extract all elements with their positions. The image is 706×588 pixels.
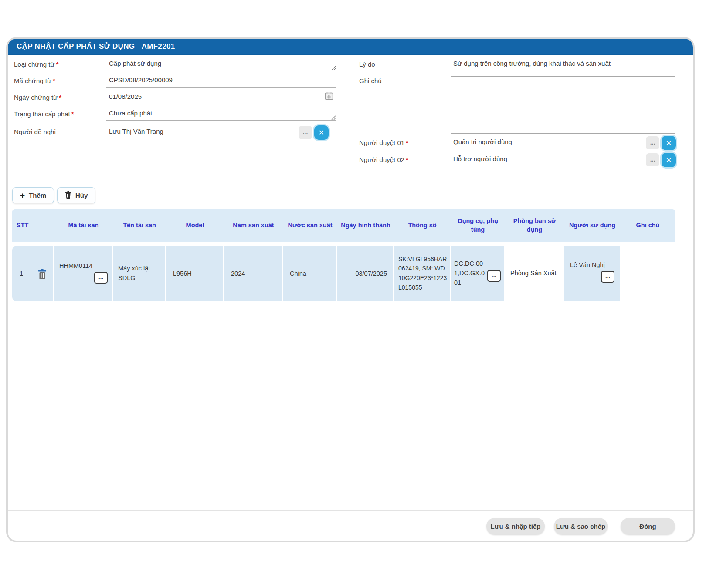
col-header-dung-cu-phu-tung: Dụng cụ, phụ tùng <box>451 209 505 242</box>
col-header-stt: STT <box>12 209 31 242</box>
col-header-thong-so: Thông số <box>394 209 451 242</box>
ngay-chung-tu-field[interactable]: 01/08/2025 <box>106 90 336 104</box>
table-row: 1 HHMM0114 ... Máy xúc lật SD <box>12 246 675 301</box>
footer-divider <box>8 510 693 511</box>
cell-delete <box>31 246 54 301</box>
close-icon: ✕ <box>319 128 324 137</box>
trash-icon <box>65 191 71 200</box>
label-ma-chung-tu: Mã chứng từ* <box>14 77 55 84</box>
label-ly-do: Lý do <box>359 61 375 68</box>
cell-ngay-hinh-thanh: 03/07/2025 <box>337 246 394 301</box>
nguoi-duyet-01-lookup-button[interactable]: ... <box>646 136 659 149</box>
col-header-ghi-chu: Ghi chú <box>621 209 675 242</box>
col-header-ngay-hinh-thanh: Ngày hình thành <box>337 209 394 242</box>
cell-ten-tai-san: Máy xúc lật SDLG <box>113 246 166 301</box>
row-delete-button[interactable] <box>36 267 48 280</box>
label-ngay-chung-tu: Ngày chứng từ* <box>14 94 61 101</box>
close-button[interactable]: Đóng <box>621 518 675 534</box>
cell-dung-cu-phu-tung: DC.DC.001,DC.GX.001 ... <box>451 246 505 301</box>
col-header-phong-ban-su-dung: Phòng ban sử dụng <box>505 209 564 242</box>
resize-handle-icon[interactable] <box>331 114 336 119</box>
nguoi-su-dung-lookup-button[interactable]: ... <box>601 271 614 283</box>
required-marker: * <box>71 110 74 118</box>
label-ghi-chu: Ghi chú <box>359 77 382 84</box>
label-nguoi-de-nghi: Người đề nghị <box>14 128 57 135</box>
nguoi-duyet-01-field[interactable]: Quản trị người dùng <box>451 135 644 149</box>
cell-stt: 1 <box>12 246 31 301</box>
ellipsis-icon: ... <box>605 273 610 279</box>
required-marker: * <box>56 61 58 68</box>
nguoi-duyet-02-clear-button[interactable]: ✕ <box>662 153 676 167</box>
plus-icon: + <box>20 191 25 199</box>
dung-cu-phu-tung-lookup-button[interactable]: ... <box>487 270 501 282</box>
dialog-title: CẬP NHẬT CẤP PHÁT SỬ DỤNG - AMF2201 <box>17 42 175 51</box>
nguoi-de-nghi-field[interactable]: Lưu Thị Vân Trang <box>106 125 296 139</box>
cell-nguoi-su-dung: Lê Văn Nghị ... <box>564 246 621 301</box>
cell-thong-so: SK:VLGL956HAR062419, SM: WD10G220E23*122… <box>394 246 451 301</box>
col-header-model: Model <box>166 209 224 242</box>
col-header-nguoi-su-dung: Người sử dụng <box>564 209 621 242</box>
label-loai-chung-tu: Loại chứng từ* <box>14 61 58 68</box>
trang-thai-cap-phat-field[interactable]: Chưa cấp phát <box>106 107 336 121</box>
col-header-ma-tai-san: Mã tài sản <box>54 209 113 242</box>
update-allocation-dialog: CẬP NHẬT CẤP PHÁT SỬ DỤNG - AMF2201 Loại… <box>6 37 695 542</box>
ma-chung-tu-field[interactable]: CPSD/08/2025/00009 <box>106 74 336 88</box>
ellipsis-icon: ... <box>650 139 655 145</box>
required-marker: * <box>59 94 61 101</box>
nguoi-de-nghi-clear-button[interactable]: ✕ <box>314 125 329 140</box>
label-trang-thai-cap-phat: Trạng thái cấp phát* <box>14 110 74 118</box>
cell-ma-tai-san: HHMM0114 ... <box>54 246 113 301</box>
dialog-titlebar: CẬP NHẬT CẤP PHÁT SỬ DỤNG - AMF2201 <box>8 39 693 55</box>
col-header-delete <box>31 209 54 242</box>
nguoi-duyet-01-clear-button[interactable]: ✕ <box>662 136 676 150</box>
page: CẬP NHẬT CẤP PHÁT SỬ DỤNG - AMF2201 Loại… <box>0 0 706 588</box>
loai-chung-tu-field[interactable]: Cấp phát sử dụng <box>106 57 336 71</box>
save-and-copy-button[interactable]: Lưu & sao chép <box>554 518 608 534</box>
cell-nuoc-san-xuat: China <box>283 246 337 301</box>
cancel-rows-button[interactable]: Hủy <box>57 187 95 203</box>
cell-nam-san-xuat: 2024 <box>224 246 283 301</box>
nguoi-duyet-02-field[interactable]: Hỗ trợ người dùng <box>451 152 644 166</box>
save-and-continue-button[interactable]: Lưu & nhập tiếp <box>486 518 545 534</box>
required-marker: * <box>406 139 408 146</box>
cell-phong-ban-su-dung: Phòng Sản Xuất <box>505 246 564 301</box>
ly-do-field[interactable]: Sử dụng trên công trường, dùng khai thác… <box>451 57 675 71</box>
ghi-chu-textarea[interactable] <box>451 76 675 134</box>
cell-model: L956H <box>166 246 224 301</box>
col-header-ten-tai-san: Tên tài sản <box>113 209 166 242</box>
close-icon: ✕ <box>666 156 672 164</box>
calendar-icon[interactable] <box>324 91 334 102</box>
label-nguoi-duyet-02: Người duyệt 02* <box>359 156 408 163</box>
cell-ghi-chu <box>621 246 675 301</box>
required-marker: * <box>53 77 55 84</box>
col-header-nuoc-san-xuat: Nước sản xuất <box>283 209 337 242</box>
ellipsis-icon: ... <box>492 272 496 278</box>
label-nguoi-duyet-01: Người duyệt 01* <box>359 139 408 146</box>
nguoi-de-nghi-lookup-button[interactable]: ... <box>299 126 312 139</box>
ellipsis-icon: ... <box>650 156 655 162</box>
ma-tai-san-lookup-button[interactable]: ... <box>94 272 108 284</box>
ellipsis-icon: ... <box>303 129 308 135</box>
table-header-row: STT Mã tài sản Tên tài sản Model Năm sản… <box>12 209 675 242</box>
nguoi-duyet-02-lookup-button[interactable]: ... <box>646 153 659 166</box>
add-row-button[interactable]: + Thêm <box>12 187 54 203</box>
ellipsis-icon: ... <box>98 274 103 280</box>
required-marker: * <box>406 156 408 163</box>
close-icon: ✕ <box>666 139 672 147</box>
resize-handle-icon[interactable] <box>331 64 336 69</box>
col-header-nam-san-xuat: Năm sản xuất <box>224 209 283 242</box>
